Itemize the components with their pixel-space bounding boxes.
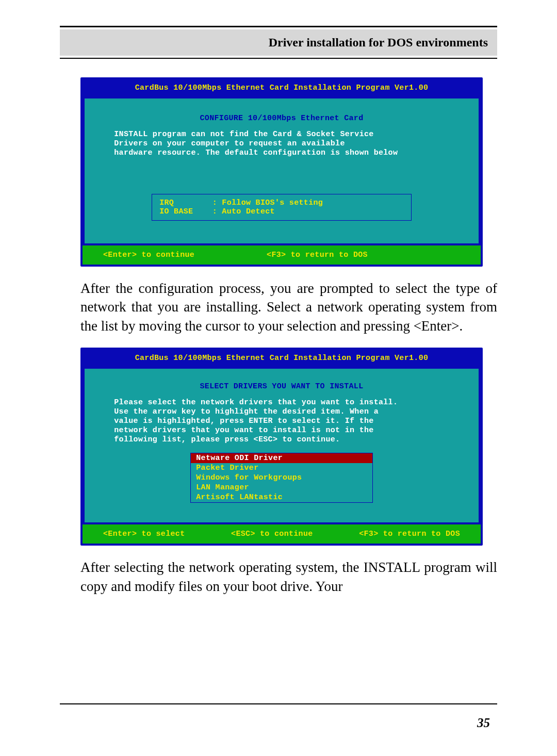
bottom-rule	[60, 703, 497, 704]
dos-message: INSTALL program can not find the Card & …	[114, 130, 449, 158]
driver-option-netware[interactable]: Netware ODI Driver	[191, 453, 372, 463]
body-paragraph-2: After selecting the network operating sy…	[80, 558, 497, 596]
dos-screenshot-select-drivers: CardBus 10/100Mbps Ethernet Card Install…	[80, 348, 483, 546]
dos-msg-line: Please select the network drivers that y…	[114, 398, 449, 407]
driver-option-lanmanager[interactable]: LAN Manager	[191, 483, 372, 492]
hint-f3: <F3> to return to DOS	[359, 530, 460, 538]
page-header: Driver installation for DOS environments	[60, 29, 497, 56]
config-field-irq[interactable]: IRQ : Follow BIOS's setting	[159, 199, 404, 207]
hint-enter: <Enter> to select	[103, 530, 185, 538]
dos-footer: <Enter> to continue <F3> to return to DO…	[83, 245, 481, 265]
dos-screenshot-configure: CardBus 10/100Mbps Ethernet Card Install…	[80, 77, 483, 267]
config-field-iobase[interactable]: IO BASE : Auto Detect	[159, 207, 404, 216]
top-rule	[60, 26, 497, 27]
dos-msg-line: INSTALL program can not find the Card & …	[114, 130, 449, 139]
dos-program-title: CardBus 10/100Mbps Ethernet Card Install…	[83, 350, 481, 367]
driver-list: Netware ODI Driver Packet Driver Windows…	[190, 453, 372, 503]
hint-esc: <ESC> to continue	[231, 530, 313, 538]
header-underline	[60, 58, 497, 59]
dos-message: Please select the network drivers that y…	[114, 398, 449, 445]
page-header-title: Driver installation for DOS environments	[269, 36, 488, 49]
dos-msg-line: network drivers that you want to install…	[114, 426, 449, 435]
dos-msg-line: Use the arrow key to highlight the desir…	[114, 407, 449, 417]
driver-option-wfw[interactable]: Windows for Workgroups	[191, 473, 372, 483]
page-number: 35	[477, 716, 490, 730]
dos-section-title: CONFIGURE 10/100Mbps Ethernet Card	[85, 114, 479, 123]
dos-msg-line: Drivers on your computer to request an a…	[114, 139, 449, 149]
body-paragraph-1: After the configuration process, you are…	[80, 279, 497, 335]
config-fields-box: IRQ : Follow BIOS's setting IO BASE : Au…	[152, 194, 412, 221]
dos-footer: <Enter> to select <ESC> to continue <F3>…	[83, 524, 481, 544]
dos-section-title: SELECT DRIVERS YOU WANT TO INSTALL	[85, 382, 479, 391]
hint-enter: <Enter> to continue	[103, 251, 194, 259]
dos-msg-line: value is highlighted, press ENTER to sel…	[114, 417, 449, 426]
driver-option-lantastic[interactable]: Artisoft LANtastic	[191, 492, 372, 502]
driver-option-packet[interactable]: Packet Driver	[191, 463, 372, 473]
dos-msg-line: hardware resource. The default configura…	[114, 149, 449, 158]
dos-msg-line: following list, please press <ESC> to co…	[114, 435, 449, 445]
hint-f3: <F3> to return to DOS	[267, 251, 368, 259]
dos-program-title: CardBus 10/100Mbps Ethernet Card Install…	[83, 79, 481, 96]
